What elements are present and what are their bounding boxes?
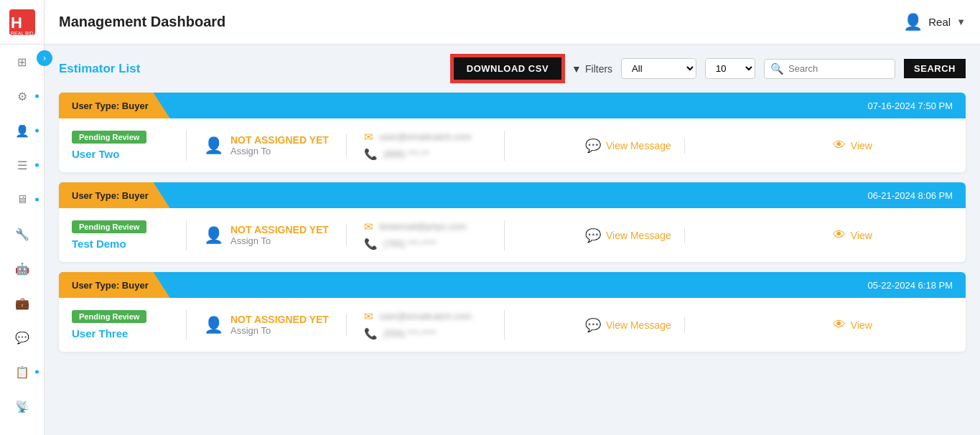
card-contact: ✉ testemail@prtys.com 📞 (765) ***-**** <box>347 220 505 251</box>
status-badge: Pending Review <box>72 131 146 144</box>
cards-container: User Type: Buyer 07-16-2024 7:50 PM Pend… <box>59 93 966 352</box>
view-message-button[interactable]: 💬 View Message <box>572 228 685 243</box>
assign-to-link[interactable]: Assign To <box>230 325 329 336</box>
sidebar-item-feed[interactable]: 📡 <box>0 389 45 424</box>
email-row: ✉ user@emailcatch.com <box>364 310 487 323</box>
sidebar-item-clipboard[interactable]: 📋 <box>0 355 45 389</box>
dashboard-icon: ⊞ <box>17 55 27 69</box>
phone-value: (556) ***-**** <box>383 328 437 339</box>
card-contact: ✉ user@emailcatch.com 📞 (888) ***-** <box>347 131 505 161</box>
view-message-button[interactable]: 💬 View Message <box>572 138 685 154</box>
view-label: View <box>851 140 872 151</box>
card-user-type: User Type: Buyer <box>59 182 170 208</box>
email-icon: ✉ <box>364 310 373 323</box>
phone-row: 📞 (556) ***-**** <box>364 327 487 340</box>
email-value: user@emailcatch.com <box>379 311 472 322</box>
sidebar-item-robot[interactable]: 🤖 <box>0 251 45 286</box>
chat-icon: 💬 <box>15 331 29 345</box>
clipboard-icon: 📋 <box>15 365 29 379</box>
status-badge: Pending Review <box>72 310 146 323</box>
view-message-label: View Message <box>606 230 671 241</box>
email-value: user@emailcatch.com <box>379 131 472 142</box>
view-button[interactable]: 👁 View <box>820 138 885 153</box>
sidebar-item-list[interactable]: ☰ <box>0 148 45 182</box>
card-date: 05-22-2024 6:18 PM <box>867 280 966 291</box>
assign-to-link[interactable]: Assign To <box>230 235 329 246</box>
filter-dropdown[interactable]: All Pending Assigned Completed <box>621 58 696 79</box>
person-icon: 👤 <box>204 226 223 245</box>
monitor-icon: 🖥 <box>17 193 28 206</box>
settings-dot <box>35 95 39 98</box>
card-header: User Type: Buyer 05-22-2024 6:18 PM <box>59 272 966 298</box>
message-icon: 💬 <box>585 138 601 154</box>
user-name: User Three <box>72 327 128 340</box>
estimator-card: User Type: Buyer 06-21-2024 8:06 PM Pend… <box>59 182 966 262</box>
sidebar-item-briefcase[interactable]: 💼 <box>0 286 45 320</box>
assign-to-link[interactable]: Assign To <box>230 146 329 156</box>
search-input[interactable] <box>788 63 889 74</box>
view-message-button[interactable]: 💬 View Message <box>572 317 685 333</box>
list-header: Estimator List DOWNLOAD CSV ▼ Filters Al… <box>59 56 966 81</box>
briefcase-icon: 💼 <box>15 296 29 310</box>
user-menu[interactable]: 👤 Real ▼ <box>903 13 966 32</box>
not-assigned-label: NOT ASSIGNED YET <box>230 134 329 146</box>
estimator-card: User Type: Buyer 05-22-2024 6:18 PM Pend… <box>59 272 966 352</box>
view-icon: 👁 <box>833 317 846 332</box>
card-actions: 💬 View Message 👁 View <box>505 317 953 333</box>
user-dropdown-icon[interactable]: ▼ <box>956 17 966 27</box>
download-csv-button[interactable]: DOWNLOAD CSV <box>452 56 563 81</box>
view-label: View <box>851 319 872 331</box>
filter-icon: ▼ <box>571 63 582 75</box>
svg-text:REAL BID GROUP: REAL BID GROUP <box>11 31 37 36</box>
list-title: Estimator List <box>59 62 444 76</box>
phone-value: (888) ***-** <box>383 149 429 159</box>
card-actions: 💬 View Message 👁 View <box>505 228 953 243</box>
card-assign: 👤 NOT ASSIGNED YET Assign To <box>187 314 347 336</box>
topbar: Management Dashboard 👤 Real ▼ <box>45 0 980 45</box>
user-name: Test Demo <box>72 238 126 250</box>
page-title: Management Dashboard <box>59 14 225 30</box>
card-header: User Type: Buyer 06-21-2024 8:06 PM <box>59 182 966 208</box>
sidebar-item-chat[interactable]: 💬 <box>0 320 45 355</box>
sidebar-item-settings[interactable]: ⚙ <box>0 79 45 113</box>
estimator-card: User Type: Buyer 07-16-2024 7:50 PM Pend… <box>59 93 966 172</box>
per-page-dropdown[interactable]: 10 25 50 100 <box>705 58 755 79</box>
card-date: 07-16-2024 7:50 PM <box>867 100 966 111</box>
view-message-label: View Message <box>606 140 671 151</box>
phone-icon: 📞 <box>364 238 378 251</box>
sidebar-item-tools[interactable]: 🔧 <box>0 217 45 251</box>
email-row: ✉ testemail@prtys.com <box>364 220 487 233</box>
phone-row: 📞 (888) ***-** <box>364 148 487 161</box>
list-dot <box>35 164 39 167</box>
search-button[interactable]: SEARCH <box>904 59 966 78</box>
message-icon: 💬 <box>585 228 601 243</box>
robot-icon: 🤖 <box>15 262 29 276</box>
card-user-type: User Type: Buyer <box>59 93 170 118</box>
tools-icon: 🔧 <box>15 228 29 241</box>
card-user: Pending Review User Three <box>72 309 187 340</box>
person-icon: 👤 <box>204 316 223 335</box>
status-badge: Pending Review <box>72 220 146 233</box>
sidebar-collapse-button[interactable]: › <box>37 50 52 66</box>
view-button[interactable]: 👁 View <box>820 228 885 243</box>
svg-text:H: H <box>11 14 22 32</box>
card-assign: 👤 NOT ASSIGNED YET Assign To <box>187 224 347 246</box>
sidebar-item-gear[interactable]: ⚙ <box>0 424 45 435</box>
email-icon: ✉ <box>364 220 373 233</box>
sidebar: H REAL BID GROUP ⊞ ⚙ 👤 ☰ 🖥 🔧 🤖 <box>0 0 45 435</box>
feed-icon: 📡 <box>15 400 29 413</box>
not-assigned-label: NOT ASSIGNED YET <box>230 224 329 235</box>
view-button[interactable]: 👁 View <box>820 317 885 332</box>
settings-icon: ⚙ <box>17 90 27 103</box>
card-date: 06-21-2024 8:06 PM <box>867 190 966 201</box>
sidebar-item-monitor[interactable]: 🖥 <box>0 182 45 217</box>
email-row: ✉ user@emailcatch.com <box>364 131 487 144</box>
card-body: Pending Review User Two 👤 NOT ASSIGNED Y… <box>59 118 966 172</box>
view-icon: 👁 <box>833 138 846 153</box>
sidebar-item-users[interactable]: 👤 <box>0 113 45 148</box>
phone-value: (765) ***-**** <box>383 238 437 249</box>
card-assign: 👤 NOT ASSIGNED YET Assign To <box>187 134 347 156</box>
phone-icon: 📞 <box>364 148 378 161</box>
user-avatar-icon: 👤 <box>903 13 923 32</box>
card-header: User Type: Buyer 07-16-2024 7:50 PM <box>59 93 966 118</box>
